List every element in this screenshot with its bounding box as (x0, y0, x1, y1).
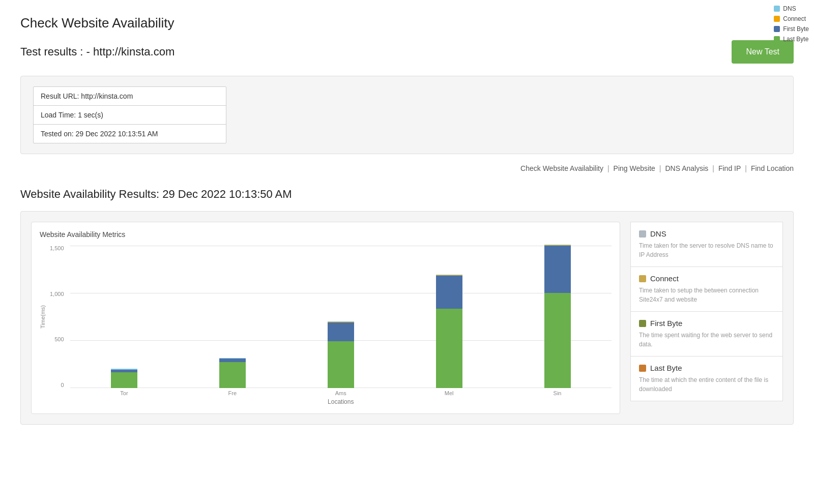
legend-swatch (774, 16, 780, 22)
sidebar-legend-label: Last Byte (650, 364, 682, 372)
x-labels-row: TorFreAmsMelSin (70, 390, 612, 396)
x-label-mel: Mel (436, 390, 462, 396)
sidebar-legend-swatch (639, 230, 646, 238)
result-url-row: Result URL: http://kinsta.com (34, 87, 226, 106)
sidebar-legend-label: DNS (650, 229, 666, 238)
nav-check-availability[interactable]: Check Website Availability (520, 164, 603, 172)
y-axis-title: Time(ms) (40, 305, 46, 329)
nav-find-location[interactable]: Find Location (751, 164, 794, 172)
bar-seg-last_byte (111, 372, 137, 388)
chart-title: Website Availability Metrics (40, 230, 612, 239)
legend-swatch (774, 36, 780, 42)
nav-ping-website[interactable]: Ping Website (614, 164, 655, 172)
x-label-fre: Fre (219, 390, 246, 396)
bar-seg-last_byte (219, 362, 246, 388)
test-results-label: Test results : - http://kinsta.com (20, 45, 175, 58)
y-label-1500: 1,500 (50, 246, 64, 251)
sidebar-legend-label: First Byte (650, 319, 682, 328)
y-labels: 1,500 1,000 500 0 (50, 246, 67, 388)
x-label-ams: Ams (328, 390, 354, 396)
sidebar-legend-swatch (639, 275, 646, 282)
nav-sep-4: | (745, 164, 747, 172)
legend-label: Connect (783, 15, 806, 22)
y-label-1000: 1,000 (50, 291, 64, 297)
nav-links: Check Website Availability | Ping Websit… (20, 164, 794, 172)
nav-sep-2: | (659, 164, 661, 172)
sidebar-legend-desc: Time taken to setup the between connecti… (639, 286, 774, 304)
bar-group-tor (111, 369, 137, 388)
nav-sep-3: | (712, 164, 714, 172)
legend-item-last-byte: Last Byte (774, 36, 809, 43)
new-test-button[interactable]: New Test (732, 40, 794, 64)
sidebar-legend-swatch (639, 365, 646, 372)
bar-seg-first_byte (436, 276, 462, 309)
legend-item-first-byte: First Byte (774, 25, 809, 33)
bar-group-fre (219, 358, 246, 388)
legend-item-dns: DNS (774, 5, 809, 12)
legend-swatch (774, 6, 780, 12)
bars-row (70, 246, 612, 388)
y-label-0: 0 (50, 382, 64, 388)
sidebar-legend-card-header: DNS (639, 229, 774, 238)
result-info-table: Result URL: http://kinsta.com Load Time:… (33, 86, 226, 143)
chart-section: Website Availability Metrics Time(ms) 1,… (20, 211, 794, 425)
bar-group-ams (328, 321, 354, 388)
sidebar-legend-label: Connect (650, 274, 679, 283)
nav-find-ip[interactable]: Find IP (718, 164, 741, 172)
sidebar-legend-card-header: Connect (639, 274, 774, 283)
page-title: Check Website Availability (20, 15, 794, 31)
x-axis-title: Locations (70, 398, 612, 405)
x-label-sin: Sin (544, 390, 571, 396)
sidebar-legend-card-dns: DNSTime taken for the server to resolve … (630, 222, 783, 266)
result-info-box: Result URL: http://kinsta.com Load Time:… (20, 76, 794, 154)
bar-group-sin (544, 245, 571, 388)
nav-sep-1: | (607, 164, 609, 172)
legend-item-connect: Connect (774, 15, 809, 22)
sidebar-legend-desc: Time taken for the server to resolve DNS… (639, 241, 774, 259)
sidebar-legend-swatch (639, 320, 646, 327)
y-label-500: 500 (50, 337, 64, 342)
bar-seg-first_byte (544, 246, 571, 293)
legend-label: First Byte (783, 25, 809, 33)
test-results-header: Test results : - http://kinsta.com New T… (20, 40, 794, 64)
tested-on-row: Tested on: 29 Dec 2022 10:13:51 AM (34, 125, 226, 143)
bar-seg-last_byte (436, 309, 462, 388)
availability-results-title: Website Availability Results: 29 Dec 202… (20, 188, 794, 201)
legend-label: DNS (783, 5, 796, 12)
bar-seg-last_byte (328, 341, 354, 388)
sidebar-legend-card-last-byte: Last ByteThe time at which the entire co… (630, 356, 783, 401)
sidebar-legend-card-connect: ConnectTime taken to setup the between c… (630, 266, 783, 311)
bar-group-mel (436, 275, 462, 388)
sidebar-legend: DNSTime taken for the server to resolve … (630, 222, 783, 414)
chart-bars-area (70, 246, 612, 388)
sidebar-legend-card-first-byte: First ByteThe time spent waiting for the… (630, 311, 783, 356)
chart-legend: DNSConnectFirst ByteLast Byte (774, 5, 809, 43)
sidebar-legend-card-header: Last Byte (639, 364, 774, 372)
load-time-row: Load Time: 1 sec(s) (34, 106, 226, 125)
sidebar-legend-desc: The time spent waiting for the web serve… (639, 331, 774, 349)
nav-dns-analysis[interactable]: DNS Analysis (665, 164, 708, 172)
bar-seg-first_byte (328, 322, 354, 341)
chart-box: Website Availability Metrics Time(ms) 1,… (31, 222, 620, 414)
legend-swatch (774, 26, 780, 32)
bar-seg-last_byte (544, 293, 571, 388)
sidebar-legend-card-header: First Byte (639, 319, 774, 328)
sidebar-legend-desc: The time at which the entire content of … (639, 375, 774, 394)
legend-label: Last Byte (783, 36, 808, 43)
x-label-tor: Tor (111, 390, 137, 396)
